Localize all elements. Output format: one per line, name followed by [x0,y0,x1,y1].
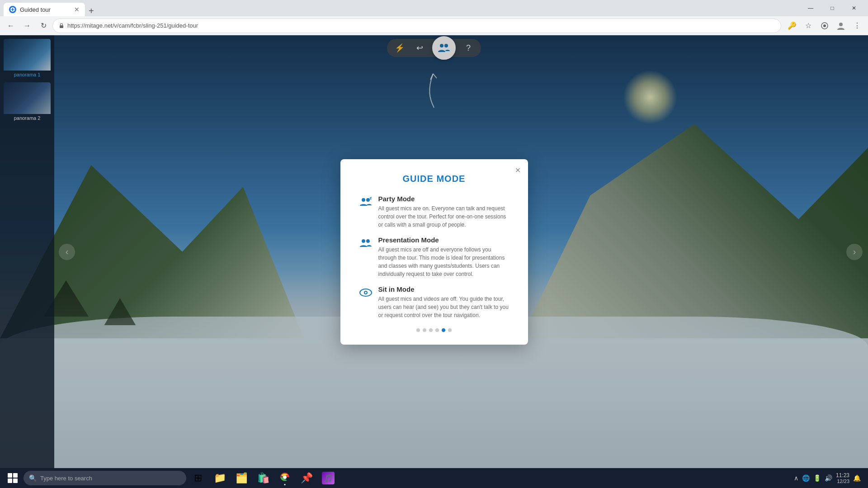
battery-icon[interactable]: 🔋 [813,474,821,482]
party-mode-desc: All guest mics are on. Everyone can talk… [378,204,510,229]
system-clock[interactable]: 11:23 12/23 [836,472,849,484]
chevron-up-icon[interactable]: ∧ [794,474,798,482]
windows-logo-icon [8,473,18,483]
dot-4[interactable] [435,328,439,332]
party-mode-content: Party Mode All guest mics are on. Everyo… [378,195,510,229]
tab-title: Guided tour [20,6,71,13]
dot-5-active[interactable] [442,328,445,332]
presentation-mode-title: Presentation Mode [378,236,510,244]
sitin-mode-desc: All guest mics and videos are off. You g… [378,295,510,319]
folder-icon: 🗂️ [236,472,248,484]
forward-button[interactable]: → [20,19,34,33]
svg-point-17 [283,475,287,479]
music-icon: 🎵 [322,472,335,484]
taskbar-search[interactable]: 🔍 Type here to search [24,471,186,485]
taskbar-music[interactable]: 🎵 [318,468,338,488]
close-button[interactable]: ✕ [844,0,864,16]
modal-title: GUIDE MODE [359,174,510,184]
minimize-button[interactable]: — [800,0,821,16]
svg-point-3 [823,24,826,27]
dot-6[interactable] [448,328,452,332]
taskbar: 🔍 Type here to search ⊞ 📁 🗂️ 🛍️ 📌 🎵 [0,468,868,488]
party-mode-section: Party Mode All guest mics are on. Everyo… [359,195,510,229]
browser-content: panorama 1 panorama 2 ⚡ ↩ [0,35,868,468]
taskbar-folder[interactable]: 🗂️ [231,468,251,488]
taskbar-file-explorer[interactable]: 📁 [210,468,230,488]
key-icon[interactable]: 🔑 [785,19,799,33]
taskbar-store[interactable]: 🛍️ [253,468,273,488]
svg-rect-1 [60,25,63,28]
svg-point-9 [370,198,372,200]
clock-date: 12/23 [836,479,849,484]
svg-point-7 [362,198,365,202]
pin-icon: 📌 [301,472,313,484]
profile-icon[interactable] [834,19,848,33]
modal-pagination [359,328,510,332]
presentation-mode-content: Presentation Mode All guest mics are off… [378,236,510,278]
store-icon: 🛍️ [257,472,269,484]
svg-point-10 [362,239,365,243]
maximize-button[interactable]: □ [822,0,843,16]
svg-point-16 [365,292,367,294]
notification-icon[interactable]: 🔔 [853,474,861,482]
extensions-icon[interactable] [817,19,832,33]
new-tab-button[interactable]: + [85,6,98,16]
presentation-mode-icon [359,237,373,250]
tab-favicon [9,6,16,13]
browser-tab[interactable]: Guided tour ✕ [4,3,85,16]
party-mode-title: Party Mode [378,195,510,203]
window-controls: — □ ✕ [800,0,864,16]
taskbar-task-view[interactable]: ⊞ [188,468,208,488]
address-text: https://mitage.net/v/cam/fcbr/sling-251/… [67,22,775,29]
star-icon[interactable]: ☆ [801,19,816,33]
lock-icon [58,23,65,29]
start-square-4 [13,479,18,483]
sitin-mode-content: Sit in Mode All guest mics and videos ar… [378,285,510,319]
browser-titlebar: Guided tour ✕ + — □ ✕ [0,0,868,16]
taskbar-chrome[interactable] [275,468,295,488]
sitin-mode-section: Sit in Mode All guest mics and videos ar… [359,285,510,319]
tab-close-button[interactable]: ✕ [74,6,80,13]
network-icon[interactable]: 🌐 [802,474,810,482]
chrome-active-dot [284,484,286,485]
chrome-icon [279,472,290,485]
sitin-mode-icon [359,286,373,299]
taskbar-search-icon: 🔍 [29,474,37,482]
start-square-2 [13,473,18,478]
svg-point-8 [366,198,370,202]
modal-close-button[interactable]: × [515,166,521,175]
taskbar-search-placeholder: Type here to search [40,475,92,482]
presentation-mode-section: Presentation Mode All guest mics are off… [359,236,510,278]
svg-point-11 [366,239,370,243]
dot-3[interactable] [429,328,433,332]
toolbar-icons: 🔑 ☆ ⋮ [785,19,864,33]
back-button[interactable]: ← [4,19,18,33]
sound-icon[interactable]: 🔊 [825,474,832,482]
svg-point-4 [839,23,843,26]
browser-toolbar: ← → ↻ https://mitage.net/v/cam/fcbr/slin… [0,16,868,35]
start-button[interactable] [4,469,22,487]
dot-1[interactable] [416,328,420,332]
task-view-icon: ⊞ [194,472,202,484]
guide-mode-modal: × GUIDE MODE [340,159,528,345]
reload-button[interactable]: ↻ [36,19,51,33]
presentation-mode-desc: All guest mics are off and everyone foll… [378,246,510,278]
taskbar-system-tray: ∧ 🌐 🔋 🔊 11:23 12/23 🔔 [790,472,864,484]
clock-time: 11:23 [836,472,849,479]
browser-frame: Guided tour ✕ + — □ ✕ ← → ↻ https://mita… [0,0,868,488]
modal-overlay: × GUIDE MODE [0,35,868,468]
address-bar[interactable]: https://mitage.net/v/cam/fcbr/sling-251/… [52,19,781,33]
sitin-mode-title: Sit in Mode [378,285,510,293]
party-mode-icon [359,196,373,208]
tab-bar: Guided tour ✕ + [4,0,797,16]
dot-2[interactable] [423,328,426,332]
taskbar-pin[interactable]: 📌 [297,468,316,488]
start-square-1 [8,473,12,478]
menu-button[interactable]: ⋮ [850,19,864,33]
file-explorer-icon: 📁 [214,472,226,484]
start-square-3 [8,479,12,483]
